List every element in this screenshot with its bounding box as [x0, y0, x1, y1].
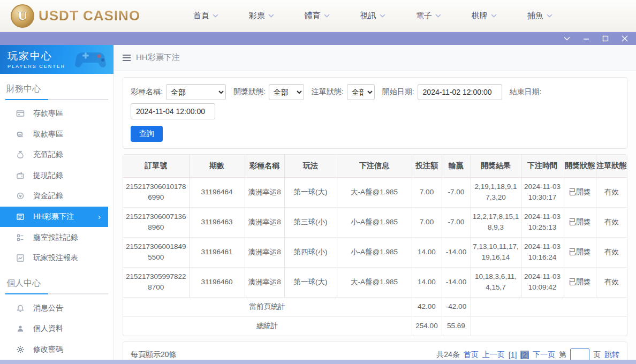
- end-date-input[interactable]: [131, 103, 215, 119]
- cell-order-status: 有效: [596, 237, 627, 267]
- lottery-name-label: 彩種名稱:: [131, 87, 163, 97]
- lottery-name-select[interactable]: 全部: [166, 84, 226, 100]
- sidebar: 玩家中心 PLAYERS CENTER 財務中心 存款專區 取款專區 充值記錄: [0, 45, 114, 360]
- close-icon[interactable]: [621, 35, 629, 42]
- prev-page-link[interactable]: 上一页: [482, 350, 505, 360]
- cell-lottery-name: 澳洲幸运8: [245, 177, 284, 207]
- page-link-2-current[interactable]: [2]: [520, 351, 529, 359]
- sidebar-item-hall-bet-record[interactable]: 廳室投註記錄: [0, 227, 113, 248]
- cell-lottery-name: 澳洲幸运8: [245, 207, 284, 237]
- chevron-down-icon: [380, 14, 385, 18]
- person-icon: [16, 324, 25, 333]
- col-period: 期數: [189, 155, 245, 177]
- table-row: 2152173060071368960 31196463 澳洲幸运8 第三球(小…: [123, 207, 627, 237]
- brand-logo[interactable]: U USDT CASINO: [11, 4, 140, 28]
- summary-bet-amount: 254.00: [412, 316, 442, 336]
- cell-bet-info: 大-A盤@1.985: [337, 177, 412, 207]
- sidebar-item-hh-lottery-bet[interactable]: HH彩票下注 ›: [0, 207, 108, 228]
- hall-bet-record-icon: [16, 233, 25, 242]
- draw-status-select[interactable]: 全部: [269, 84, 304, 100]
- nav-label: 視訊: [360, 11, 376, 21]
- cell-order-status: 有效: [596, 267, 627, 297]
- chevron-down-icon[interactable]: [563, 35, 571, 42]
- logo-text: USDT CASINO: [39, 7, 140, 24]
- page-title-bar: HH彩票下注: [114, 45, 636, 71]
- next-page-link[interactable]: 下一页: [533, 350, 555, 360]
- nav-item-home[interactable]: 首頁: [178, 11, 233, 21]
- cell-period: 31196464: [189, 177, 245, 207]
- jump-button[interactable]: 跳转: [604, 350, 619, 360]
- sidebar-item-deposit[interactable]: 存款專區: [0, 103, 113, 124]
- cell-order-status: 有效: [596, 207, 627, 237]
- col-draw-status: 開獎狀態: [564, 155, 596, 177]
- bottom-strip: [0, 360, 636, 364]
- nav-item-video[interactable]: 視訊: [345, 11, 400, 21]
- sidebar-item-player-report[interactable]: 玩家投注報表: [0, 248, 113, 269]
- cell-bet-time: 2024-11-03 10:30:17: [521, 177, 564, 207]
- sidebar-item-notices[interactable]: 消息公告: [0, 298, 113, 318]
- col-winloss: 輸贏: [442, 155, 471, 177]
- page-link-1[interactable]: [1]: [509, 351, 517, 359]
- nav-item-lottery[interactable]: 彩票: [233, 11, 289, 21]
- cell-winloss: -7.00: [442, 207, 471, 237]
- sidebar-item-change-password[interactable]: 修改密碼: [0, 339, 113, 360]
- nav-label: 捕魚: [527, 11, 543, 21]
- sidebar-item-withdrawal-record[interactable]: 提現記錄: [0, 165, 113, 186]
- section-divider: [5, 293, 108, 294]
- withdrawal-record-icon: [16, 171, 25, 180]
- start-date-label: 開始日期:: [382, 87, 414, 97]
- cell-order-status: 有效: [596, 177, 627, 207]
- coin-logo-icon: U: [11, 4, 34, 28]
- cell-playtype: 第一球(大): [284, 177, 337, 207]
- col-draw-result: 開獎結果: [471, 155, 521, 177]
- first-page-link[interactable]: 首页: [464, 350, 479, 360]
- summary-label: 當前頁統計: [123, 297, 412, 316]
- bet-table-panel: 訂單號 期數 彩種名稱 玩法 下注信息 投注額 輸贏 開獎結果 下注時間 開獎狀…: [123, 154, 627, 336]
- brand-header: U USDT CASINO 首頁 彩票 體育 視訊 電子: [0, 0, 636, 32]
- sidebar-item-label: 個人資料: [33, 324, 63, 333]
- summary-winloss: 55.69: [442, 316, 471, 336]
- nav-item-fishing[interactable]: 捕魚: [512, 11, 567, 21]
- cell-bet-amount: 14.00: [412, 237, 442, 267]
- pagination-bar: 每頁顯示20條 共24条 首页 上一页 [1] [2] 下一页 第 页 跳转: [123, 342, 627, 360]
- cell-winloss: -14.00: [442, 237, 471, 267]
- cell-draw-result: 10,18,3,6,11,4,15,7: [471, 267, 521, 297]
- order-status-label: 注單狀態:: [312, 87, 344, 97]
- nav-item-slots[interactable]: 電子: [400, 11, 456, 21]
- search-button[interactable]: 查詢: [131, 126, 163, 142]
- cell-draw-result: 12,2,17,8,15,18,9,3: [471, 207, 521, 237]
- order-status-select[interactable]: 全部: [347, 84, 375, 100]
- start-date-input[interactable]: [418, 84, 502, 100]
- cell-playtype: 第三球(小): [284, 207, 337, 237]
- hamburger-menu-icon[interactable]: [123, 55, 131, 61]
- summary-row-current-page: 當前頁統計 42.00 -42.00: [123, 297, 627, 316]
- main-content: HH彩票下注 彩種名稱: 全部 開獎狀態: 全部 注單狀態: 全部 開始日期: …: [114, 45, 636, 360]
- col-bet-amount: 投注額: [412, 155, 442, 177]
- summary-row-total: 總統計 254.00 55.69: [123, 316, 627, 336]
- page-title: HH彩票下注: [136, 52, 180, 63]
- minimize-icon[interactable]: [582, 35, 590, 42]
- sidebar-item-withdraw[interactable]: 取款專區: [0, 124, 113, 145]
- cell-bet-info: 小-A盤@1.985: [337, 207, 412, 237]
- filter-panel: 彩種名稱: 全部 開獎狀態: 全部 注單狀態: 全部 開始日期: 結束日期: 查…: [123, 77, 627, 149]
- nav-item-sports[interactable]: 體育: [289, 11, 345, 21]
- cell-bet-time: 2024-11-03 10:16:24: [521, 237, 564, 267]
- cell-draw-status: 已開獎: [564, 207, 596, 237]
- cell-draw-result: 2,19,1,18,9,17,3,20: [471, 177, 521, 207]
- cell-bet-time: 2024-11-03 10:25:13: [521, 207, 564, 237]
- nav-label: 電子: [416, 11, 432, 21]
- section-divider: [5, 99, 108, 100]
- sidebar-item-funds-record[interactable]: 資金記錄: [0, 186, 113, 207]
- app-window: U USDT CASINO 首頁 彩票 體育 視訊 電子: [0, 0, 636, 364]
- chevron-down-icon: [491, 14, 497, 18]
- sidebar-item-recharge-record[interactable]: 充值記錄: [0, 145, 113, 165]
- sidebar-item-profile[interactable]: 個人資料: [0, 318, 113, 339]
- jump-page-input[interactable]: [570, 348, 589, 360]
- sidebar-item-label: 消息公告: [33, 304, 63, 313]
- nav-item-boardgames[interactable]: 棋牌: [456, 11, 512, 21]
- jump-prefix-label: 第: [559, 350, 566, 360]
- cell-playtype: 第四球(小): [284, 237, 337, 267]
- summary-empty: [471, 316, 627, 336]
- cell-winloss: -7.00: [442, 177, 471, 207]
- maximize-icon[interactable]: [602, 35, 609, 42]
